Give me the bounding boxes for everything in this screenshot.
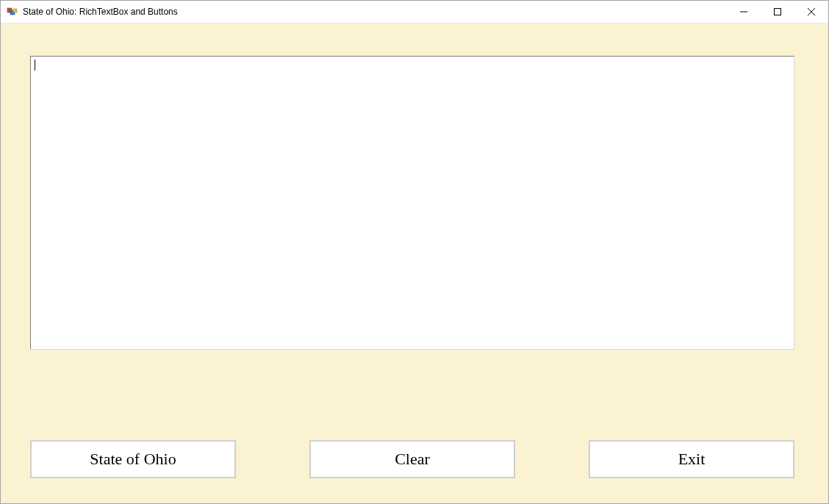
minimize-button[interactable]	[727, 1, 761, 23]
window-controls	[727, 1, 828, 23]
app-icon	[7, 6, 18, 18]
client-area: State of Ohio Clear Exit	[1, 24, 828, 503]
window-frame: State of Ohio: RichTextBox and Buttons	[0, 0, 829, 504]
maximize-button[interactable]	[761, 1, 794, 23]
window-title: State of Ohio: RichTextBox and Buttons	[23, 7, 178, 17]
svg-rect-4	[775, 9, 781, 15]
rich-text-box[interactable]	[30, 56, 794, 350]
maximize-icon	[774, 8, 781, 15]
close-icon	[808, 8, 815, 15]
clear-button[interactable]: Clear	[309, 440, 515, 478]
titlebar: State of Ohio: RichTextBox and Buttons	[1, 1, 828, 24]
text-caret	[35, 60, 35, 71]
state-of-ohio-button[interactable]: State of Ohio	[30, 440, 236, 478]
close-button[interactable]	[794, 1, 828, 23]
button-row: State of Ohio Clear Exit	[30, 440, 794, 478]
minimize-icon	[740, 8, 747, 15]
svg-rect-2	[13, 9, 17, 12]
exit-button[interactable]: Exit	[589, 440, 794, 478]
